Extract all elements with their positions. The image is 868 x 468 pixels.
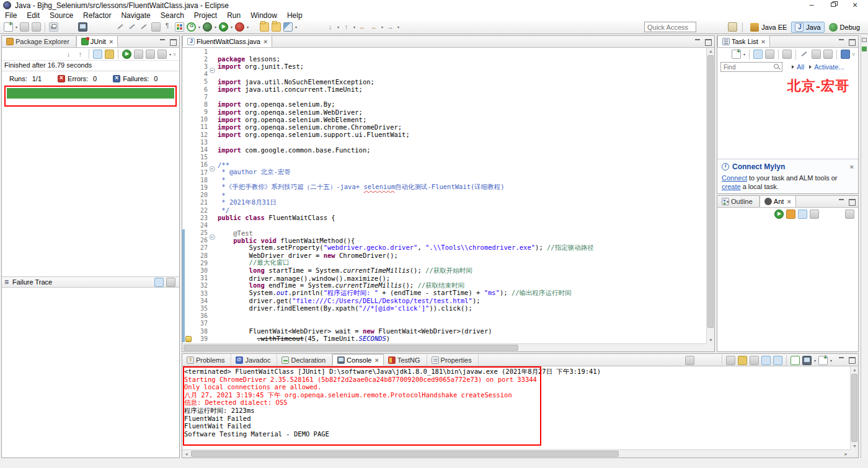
run-external-tools-icon[interactable] [235,22,244,32]
close-icon[interactable]: × [264,38,267,45]
search-dropdown-icon[interactable]: ▾ [294,22,298,32]
open-type-icon[interactable] [260,22,269,32]
console-output[interactable]: <terminated> FluentWaitClass [JUnit] D:\… [182,366,850,449]
previous-failure-icon[interactable]: ↑ [76,50,85,59]
display-selected-console-icon[interactable] [802,356,812,365]
focus-on-workweek-icon[interactable] [782,50,792,59]
new-task-dropdown-icon[interactable]: ▾ [742,50,746,59]
next-annotation-icon[interactable]: ↓ [326,22,335,32]
previous-annotation-icon[interactable]: ↑ [342,22,351,32]
maximize-console-icon[interactable] [848,356,856,363]
minimize-view-icon[interactable] [159,38,167,45]
synchronize-icon[interactable] [841,50,850,59]
coverage-dropdown-icon[interactable]: ▾ [197,22,202,32]
debug-dropdown-icon[interactable]: ▾ [213,22,218,32]
new-console-dropdown-icon[interactable]: ▾ [829,356,833,365]
tab-properties[interactable]: Properties [427,354,479,366]
open-resource-icon[interactable] [272,22,281,32]
back-dropdown-icon[interactable]: ▾ [380,22,384,32]
collapse-all-tasks-icon[interactable] [823,50,833,59]
tab-outline[interactable]: Outline [717,195,760,207]
scroll-lock-icon[interactable] [750,356,759,365]
scheduled-view-icon[interactable] [765,50,774,59]
run-dropdown-icon[interactable]: ▾ [229,22,234,32]
menu-window[interactable]: Window [246,11,282,20]
code-editor[interactable]: 12package lessons;3import org.junit.Test… [182,48,706,343]
history-dropdown-icon[interactable]: ▾ [168,50,172,59]
tab-declaration[interactable]: Declaration [277,354,332,366]
tab-problems[interactable]: Problems [182,354,231,366]
maximize-view-icon[interactable] [169,38,177,45]
tab-junit[interactable]: JUnit× [76,35,118,47]
hide-internal-targets-icon[interactable] [798,210,807,219]
synchronize-view-icon[interactable] [862,46,867,51]
close-icon[interactable]: × [761,38,765,45]
categorized-view-icon[interactable] [753,50,763,59]
next-annotation-dropdown-icon[interactable]: ▾ [336,22,340,32]
tab-javadoc[interactable]: Javadoc [231,354,277,366]
close-icon[interactable]: × [374,356,378,364]
coverage-icon[interactable] [187,22,196,32]
menu-search[interactable]: Search [156,11,189,20]
clear-console-icon[interactable] [726,356,735,365]
hide-completed-icon[interactable] [800,50,809,59]
failure-trace-menu-icon[interactable]: ≡ [4,278,9,286]
remove-launch-icon[interactable] [697,356,706,365]
mylyn-link-create[interactable]: create [722,183,741,190]
rerun-test-icon[interactable] [122,50,131,59]
maximize-outline-icon[interactable] [848,198,856,205]
editor-vertical-scrollbar[interactable]: ▲ ▼ [706,48,714,343]
add-buildfile-icon[interactable] [774,210,784,219]
new-dropdown-icon[interactable]: ▾ [14,22,19,32]
console-scroll-left-icon[interactable]: ◂ [182,450,190,458]
show-skipped-tests-icon[interactable] [105,50,114,59]
block-selection-icon[interactable] [151,22,161,32]
next-failure-icon[interactable]: ↓ [64,50,73,59]
brush-icon[interactable] [140,22,149,32]
save-icon[interactable] [20,22,29,32]
minimize-task-list-icon[interactable] [838,38,846,45]
compare-result-icon[interactable] [166,278,175,287]
minimize-editor-icon[interactable] [694,38,702,45]
menu-file[interactable]: File [0,11,22,20]
print-icon[interactable] [49,22,58,32]
link-all[interactable]: All [797,63,804,71]
close-icon[interactable]: × [109,38,113,45]
remove-all-buildfiles-icon[interactable] [833,210,843,219]
show-failures-only-icon[interactable] [93,50,102,59]
scroll-up-icon[interactable]: ▲ [707,48,715,55]
run-target-icon[interactable] [810,210,819,219]
minimize-button[interactable]: – [802,0,821,11]
show-console-on-stderr-icon[interactable] [773,356,782,365]
collapse-ant-icon[interactable] [845,210,854,219]
mark-occurrences-icon[interactable] [116,22,125,32]
open-console-icon[interactable] [78,22,87,32]
scroll-down-icon[interactable]: ▼ [707,337,715,343]
mylyn-close-icon[interactable]: × [850,163,854,170]
quick-access-input[interactable] [644,22,696,32]
menu-edit[interactable]: Edit [22,11,45,20]
editor-horizontal-scrollbar[interactable] [182,343,706,351]
show-console-on-stdout-icon[interactable] [761,356,771,365]
minimize-console-icon[interactable] [838,356,846,363]
minimize-outline-icon[interactable] [838,198,846,205]
forward-icon[interactable]: → [386,22,395,32]
new-java-project-icon[interactable] [175,22,184,32]
menu-source[interactable]: Source [45,11,78,20]
perspective-java-ee[interactable]: Java EE [747,22,790,32]
menu-run[interactable]: Run [222,11,246,20]
tab-package-explorer[interactable]: Package Explorer [2,35,76,47]
console-dropdown-icon[interactable]: ▾ [813,356,817,365]
back-icon[interactable]: ← [370,22,379,32]
console-scroll-right-icon[interactable]: ▸ [842,450,850,458]
menu-project[interactable]: Project [189,11,222,20]
remove-all-launches-icon[interactable] [709,356,718,365]
tab-console[interactable]: Console× [332,354,384,366]
link-activate[interactable]: Activate... [814,63,844,71]
menu-navigate[interactable]: Navigate [116,11,155,20]
show-whitespace-icon[interactable] [163,22,172,32]
perspective-debug[interactable]: Debug [826,22,863,32]
terminate-icon[interactable] [685,356,694,365]
show-trace-in-console-icon[interactable] [154,278,164,287]
previous-annotation-dropdown-icon[interactable]: ▾ [352,22,356,32]
